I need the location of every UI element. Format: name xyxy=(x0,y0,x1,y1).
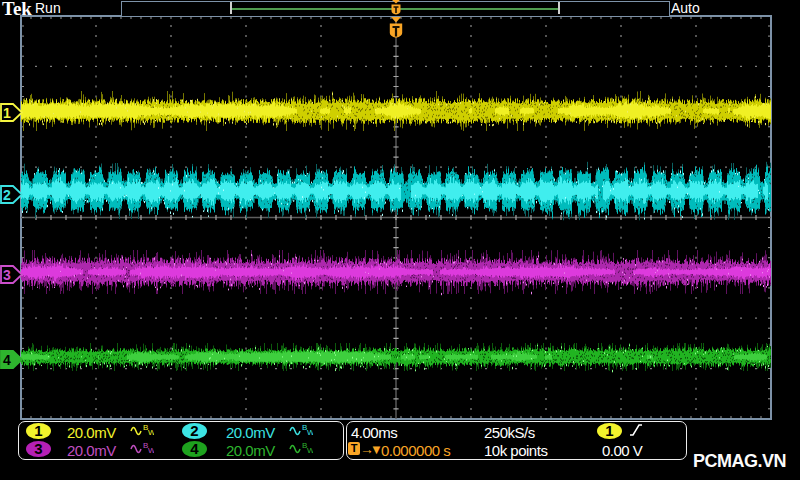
svg-text:W: W xyxy=(307,446,313,455)
svg-text:W: W xyxy=(148,428,154,437)
svg-text:1: 1 xyxy=(3,105,11,121)
svg-text:4: 4 xyxy=(3,352,11,368)
svg-text:W: W xyxy=(148,446,154,455)
svg-text:3: 3 xyxy=(3,267,11,283)
svg-text:2: 2 xyxy=(3,187,11,203)
svg-text:W: W xyxy=(307,428,313,437)
